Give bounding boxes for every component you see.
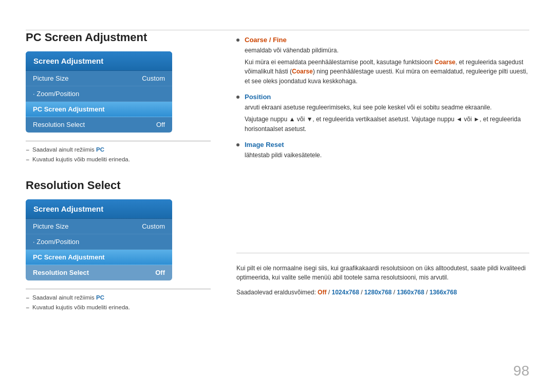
- right-top-divider: [221, 30, 529, 30]
- section2-note1-text: Saadaval ainult režiimis PC: [32, 294, 104, 301]
- bullet-coarse-header: Coarse / Fine: [236, 36, 529, 44]
- widget2-row4-label: Resolution Select: [33, 269, 89, 276]
- coarse-bold1: Coarse: [435, 59, 456, 66]
- widget2-row3-label: PC Screen Adjustment: [33, 253, 105, 261]
- section1-note2-text: Kuvatud kujutis võib mudeliti erineda.: [32, 156, 130, 162]
- widget2-row1-label: Picture Size: [33, 222, 68, 230]
- bullet-coarse-title: Coarse / Fine: [245, 36, 287, 44]
- bullet-position-text2: Vajutage nuppu ▲ või ▼, et reguleerida v…: [245, 115, 529, 134]
- bullet-position: Position arvuti ekraani asetuse reguleer…: [236, 93, 529, 134]
- bullet-position-header: Position: [236, 93, 529, 101]
- section2-notes: Saadaval ainult režiimis PC Kuvatud kuju…: [26, 289, 211, 311]
- widget1-row1-value: Custom: [142, 74, 165, 82]
- section1-widget: Screen Adjustment Picture Size Custom Zo…: [26, 51, 172, 133]
- section1-notes: Saadaval ainult režiimis PC Kuvatud kuju…: [26, 141, 211, 163]
- bullet-reset-header: Image Reset: [236, 141, 529, 148]
- res-opt-1024: 1024x768: [331, 289, 359, 296]
- bullet-dot-3: [236, 143, 239, 146]
- widget1-header: Screen Adjustment: [26, 51, 172, 71]
- widget1-row-3[interactable]: PC Screen Adjustment: [26, 102, 172, 117]
- section2-note1: Saadaval ainult režiimis PC: [26, 294, 211, 302]
- widget1-row-4: Resolution Select Off: [26, 117, 172, 133]
- widget2-header: Screen Adjustment: [26, 199, 172, 219]
- widget1-row-2: Zoom/Position: [26, 86, 172, 102]
- res-opt-1280: 1280x768: [364, 289, 392, 296]
- widget1-row1-label: Picture Size: [33, 74, 68, 82]
- widget1-row2-label: Zoom/Position: [33, 90, 79, 98]
- widget2-row-1: Picture Size Custom: [26, 219, 172, 234]
- bullet-image-reset: Image Reset lähtestab pildi vaikesätetel…: [236, 141, 529, 160]
- widget1-row-1: Picture Size Custom: [26, 71, 172, 86]
- section2-title: Resolution Select: [26, 179, 211, 192]
- bullet-coarse-text2: Kui müra ei eemaldata peenhäälestamise p…: [245, 58, 529, 86]
- section1-note1-text: Saadaval ainult režiimis PC: [32, 146, 104, 153]
- res-opt-1366: 1366x768: [430, 289, 457, 296]
- bullet-coarse-text1: eemaldab või vähendab pildimüra.: [245, 46, 529, 55]
- widget2-row-4[interactable]: Resolution Select Off: [26, 265, 172, 281]
- widget1-row4-label: Resolution Select: [33, 121, 85, 128]
- widget2-row1-value: Custom: [142, 222, 165, 230]
- res-opt-off: Off: [318, 289, 326, 296]
- bullet-reset-title: Image Reset: [245, 141, 284, 148]
- right-panel: Coarse / Fine eemaldab või vähendab pild…: [221, 15, 529, 377]
- coarse-bold2: Coarse: [292, 68, 313, 75]
- bullet-position-text1: arvuti ekraani asetuse reguleerimiseks, …: [245, 103, 529, 113]
- section1-note1-bold: PC: [96, 146, 104, 153]
- resolution-options: Saadaolevad eraldusvõimed: Off / 1024x76…: [236, 288, 529, 297]
- section2-note2-text: Kuvatud kujutis võib mudeliti erineda.: [32, 304, 130, 310]
- right-section1: Coarse / Fine eemaldab või vähendab pild…: [236, 36, 529, 160]
- section1-title: PC Screen Adjustment: [26, 31, 211, 44]
- bullet-dot-2: [236, 96, 239, 99]
- widget2-row-3[interactable]: PC Screen Adjustment: [26, 250, 172, 265]
- section2-note2: Kuvatud kujutis võib mudeliti erineda.: [26, 304, 211, 311]
- widget2-row4-value: Off: [155, 269, 165, 276]
- widget2-row-2: Zoom/Position: [26, 234, 172, 250]
- bullet-reset-text: lähtestab pildi vaikesätetele.: [245, 151, 529, 160]
- right-section2: Kui pilt ei ole normaalne isegi siis, ku…: [236, 264, 529, 297]
- bullet-position-title: Position: [245, 93, 271, 101]
- bullet-dot-1: [236, 39, 239, 42]
- section1-note2: Kuvatud kujutis võib mudeliti erineda.: [26, 156, 211, 163]
- res-opt-1360: 1360x768: [397, 289, 424, 296]
- page-number: 98: [513, 363, 529, 379]
- bullet-coarse-fine: Coarse / Fine eemaldab või vähendab pild…: [236, 36, 529, 86]
- section2-note1-bold: PC: [96, 294, 104, 301]
- section1-note1: Saadaval ainult režiimis PC: [26, 146, 211, 154]
- left-panel: PC Screen Adjustment Screen Adjustment P…: [26, 15, 221, 377]
- resolution-main-text: Kui pilt ei ole normaalne isegi siis, ku…: [236, 264, 529, 283]
- section2-widget: Screen Adjustment Picture Size Custom Zo…: [26, 199, 172, 281]
- widget1-row3-label: PC Screen Adjustment: [33, 105, 105, 113]
- widget1-row4-value: Off: [156, 121, 165, 128]
- widget2-row2-label: Zoom/Position: [33, 238, 79, 246]
- right-mid-divider: [236, 253, 529, 253]
